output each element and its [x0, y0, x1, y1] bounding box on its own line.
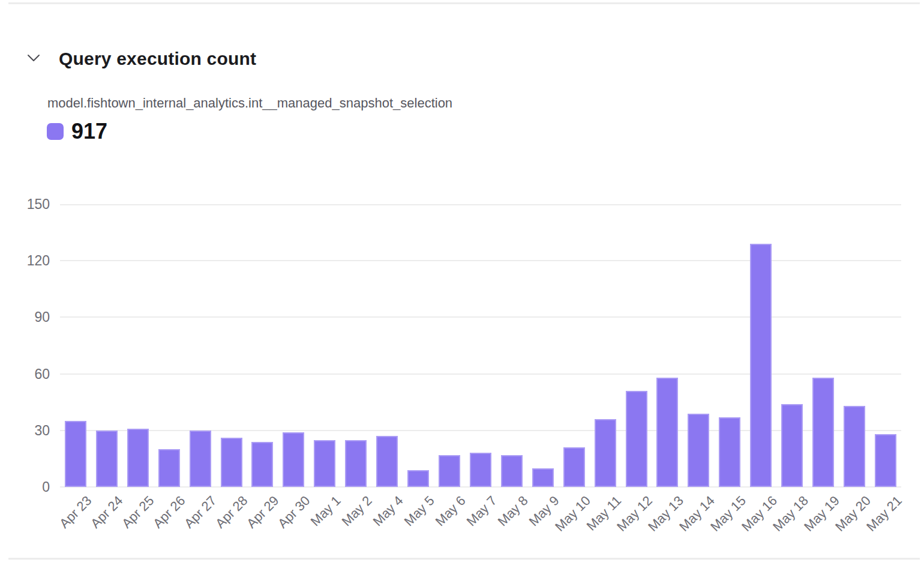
bar-slot: May 8 [496, 204, 527, 487]
bar-slot: Apr 30 [278, 204, 309, 487]
bar-apr-29[interactable] [251, 442, 273, 487]
bar-slot: May 14 [683, 204, 714, 487]
y-axis-tick-label: 30 [0, 423, 50, 439]
bar-apr-24[interactable] [96, 431, 118, 487]
x-axis-label: Apr 24 [88, 493, 126, 531]
bar-apr-27[interactable] [190, 431, 211, 487]
x-axis-label: Apr 30 [275, 493, 313, 531]
x-axis-label: May 1 [308, 493, 344, 530]
bar-slot: May 1 [309, 204, 340, 487]
bar-slot: May 7 [465, 204, 496, 487]
bars-layer: Apr 23Apr 24Apr 25Apr 26Apr 27Apr 28Apr … [60, 204, 901, 487]
bar-slot: May 20 [839, 204, 870, 487]
bar-may-15[interactable] [719, 417, 740, 487]
bar-slot: Apr 23 [60, 204, 91, 487]
bar-apr-25[interactable] [127, 429, 149, 487]
bar-slot: Apr 25 [122, 204, 154, 487]
bar-slot: Apr 29 [247, 204, 278, 487]
bar-slot: Apr 28 [216, 204, 247, 487]
bar-may-2[interactable] [345, 440, 367, 488]
bar-slot: May 16 [745, 204, 776, 487]
bar-may-5[interactable] [407, 470, 429, 487]
y-axis-tick-label: 120 [0, 253, 50, 269]
bar-slot: May 15 [714, 204, 745, 487]
bar-may-11[interactable] [595, 419, 616, 487]
x-axis-label: Apr 26 [150, 493, 188, 531]
bar-slot: May 19 [808, 204, 839, 487]
x-axis-label: Apr 27 [181, 493, 220, 531]
bar-may-18[interactable] [781, 404, 803, 487]
bar-may-19[interactable] [812, 378, 834, 487]
bar-may-7[interactable] [470, 453, 491, 487]
bar-chart: 0306090120150 Apr 23Apr 24Apr 25Apr 26Ap… [60, 204, 901, 487]
panel-header: Query execution count [0, 24, 924, 46]
bar-slot: Apr 26 [154, 204, 185, 487]
bar-slot: Apr 27 [185, 204, 216, 487]
y-axis-tick-label: 150 [0, 196, 50, 213]
bar-slot: May 18 [776, 204, 808, 487]
x-axis-label: May 2 [339, 493, 376, 530]
bar-slot: May 13 [652, 204, 683, 487]
y-axis-tick-label: 90 [0, 309, 50, 325]
bar-apr-23[interactable] [65, 421, 86, 487]
x-axis-label: Apr 23 [56, 493, 95, 531]
bar-apr-28[interactable] [221, 438, 242, 487]
bar-may-10[interactable] [563, 447, 585, 487]
x-axis-label: May 8 [495, 493, 532, 530]
chevron-down-icon[interactable] [27, 53, 40, 63]
bar-may-12[interactable] [626, 391, 647, 487]
bar-apr-30[interactable] [283, 432, 304, 487]
bar-may-13[interactable] [656, 378, 678, 487]
bar-slot: May 5 [403, 204, 434, 487]
legend-swatch [47, 123, 64, 140]
bar-slot: Apr 24 [91, 204, 122, 487]
bar-may-16[interactable] [750, 244, 772, 487]
bottom-divider [8, 558, 920, 560]
bar-may-21[interactable] [875, 434, 896, 487]
legend-item[interactable]: 917 [47, 122, 107, 140]
bar-slot: May 6 [434, 204, 465, 487]
bar-may-9[interactable] [532, 468, 554, 487]
bar-slot: May 12 [621, 204, 652, 487]
bar-slot: May 21 [870, 204, 901, 487]
x-axis-label: Apr 28 [212, 493, 251, 531]
bar-may-1[interactable] [314, 440, 335, 488]
bar-may-4[interactable] [376, 436, 398, 487]
bar-may-14[interactable] [688, 414, 709, 487]
top-divider [8, 2, 920, 4]
y-axis-tick-label: 0 [0, 479, 50, 495]
bar-slot: May 2 [340, 204, 371, 487]
bar-slot: May 9 [527, 204, 559, 487]
x-axis-label: May 7 [464, 493, 500, 530]
x-axis-label: May 6 [433, 493, 469, 530]
bar-slot: May 4 [371, 204, 403, 487]
bar-may-8[interactable] [501, 455, 523, 487]
bar-may-20[interactable] [844, 406, 865, 487]
series-label: model.fishtown_internal_analytics.int__m… [47, 95, 452, 111]
x-axis-label: Apr 29 [244, 493, 282, 531]
bar-slot: May 11 [590, 204, 621, 487]
bar-slot: May 10 [559, 204, 590, 487]
x-axis-label: Apr 25 [119, 493, 157, 531]
bar-may-6[interactable] [439, 455, 460, 487]
bar-apr-26[interactable] [158, 449, 180, 487]
legend-value: 917 [71, 122, 107, 140]
x-axis-label: May 4 [370, 493, 407, 530]
x-axis-label: May 5 [401, 493, 438, 530]
page-title: Query execution count [59, 49, 256, 69]
y-axis-tick-label: 60 [0, 366, 50, 382]
